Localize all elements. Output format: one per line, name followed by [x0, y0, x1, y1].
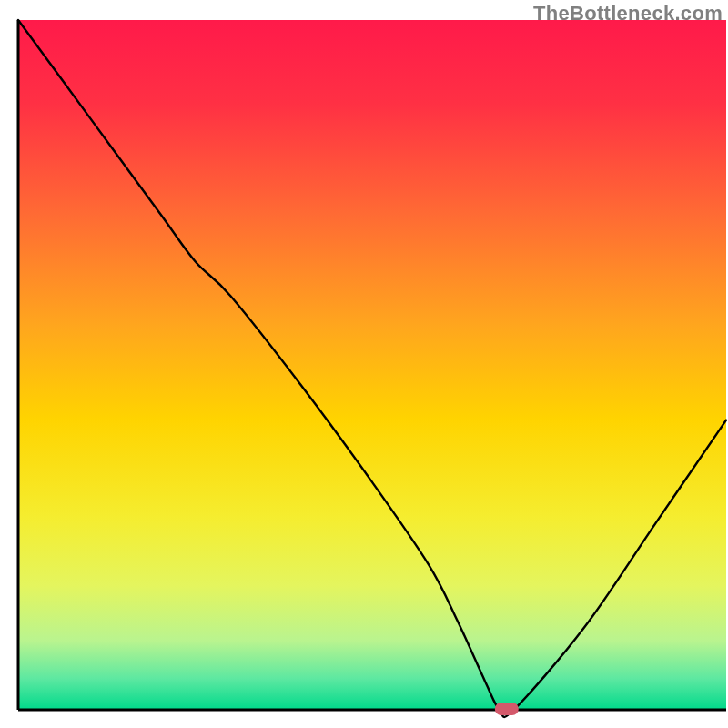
chart-container: TheBottleneck.com	[0, 0, 728, 728]
watermark-text: TheBottleneck.com	[533, 2, 723, 25]
gradient-background	[18, 20, 726, 710]
bottleneck-chart	[0, 0, 728, 728]
optimal-marker	[495, 703, 519, 715]
